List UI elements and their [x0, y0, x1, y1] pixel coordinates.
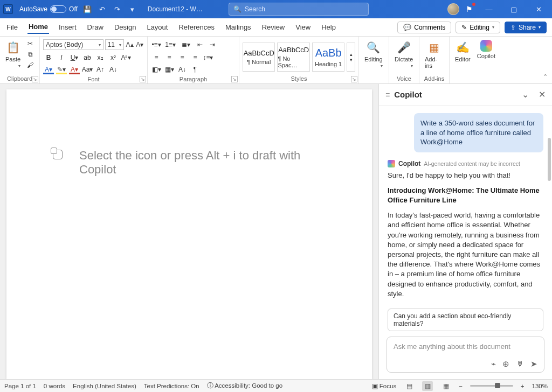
minimize-button[interactable]: —	[479, 2, 499, 17]
status-accessibility[interactable]: ⓘ Accessibility: Good to go	[207, 382, 282, 390]
editing-dropdown[interactable]: 🔍Editing▾	[362, 39, 385, 69]
pane-scrollbar[interactable]	[548, 138, 551, 181]
tab-home[interactable]: Home	[27, 20, 49, 34]
dictate-button[interactable]: 🎤Dictate▾	[392, 39, 415, 69]
change-case-button[interactable]: Aa▾	[82, 65, 93, 74]
pane-menu-icon[interactable]: ≡	[385, 90, 390, 99]
align-center-icon[interactable]: ≡	[164, 53, 175, 62]
document-area[interactable]: Select the icon or press Alt + i to draf…	[0, 84, 378, 379]
tab-draw[interactable]: Draw	[86, 21, 105, 33]
clipboard-dialog-launcher-icon[interactable]: ↘	[32, 76, 38, 82]
copilot-input[interactable]: Ask me anything about this document ⌁ ⊕ …	[387, 337, 544, 373]
notifications-icon[interactable]: ⚑	[464, 4, 474, 15]
align-left-icon[interactable]: ≡	[151, 53, 162, 62]
show-marks-icon[interactable]: ¶	[190, 65, 201, 74]
redo-icon[interactable]: ↷	[112, 4, 123, 15]
text-effects-icon[interactable]: Aᵃ▾	[121, 53, 132, 62]
font-size-combo[interactable]: 11▾	[105, 39, 124, 50]
superscript-button[interactable]: x²	[108, 53, 119, 62]
user-avatar[interactable]	[447, 3, 459, 15]
tab-mailings[interactable]: Mailings	[224, 21, 252, 33]
document-title[interactable]: Document12 - W…	[148, 5, 203, 13]
styles-dialog-launcher-icon[interactable]: ↘	[351, 76, 357, 82]
paste-button[interactable]: 📋 Paste ▾	[3, 39, 23, 69]
style-no-spacing[interactable]: AaBbCcD¶ No Spac…	[277, 43, 309, 72]
mic-icon[interactable]: 🎙	[516, 359, 524, 369]
style-normal[interactable]: AaBbCcD¶ Normal	[243, 43, 275, 72]
clear-format-up-icon[interactable]: A↑	[95, 65, 106, 74]
cut-icon[interactable]: ✂	[25, 39, 36, 48]
print-layout-icon[interactable]: ▥	[422, 381, 433, 391]
read-mode-icon[interactable]: ▤	[404, 381, 415, 391]
tab-design[interactable]: Design	[113, 21, 137, 33]
shading-button[interactable]: ◧▾	[151, 65, 162, 74]
font-color2-button[interactable]: A▾	[69, 65, 80, 74]
copy-icon[interactable]: ⧉	[25, 50, 36, 59]
strikethrough-button[interactable]: ab	[82, 53, 93, 62]
editing-mode-button[interactable]: ✎Editing▾	[456, 22, 500, 33]
highlight-button[interactable]: ✎▾	[56, 65, 67, 74]
save-icon[interactable]: 💾	[82, 4, 93, 15]
web-layout-icon[interactable]: ▦	[440, 381, 451, 391]
attachment-icon[interactable]: ⌁	[491, 359, 496, 369]
multilevel-list-button[interactable]: ≣▾	[179, 40, 193, 50]
numbering-button[interactable]: 1≡▾	[163, 40, 177, 50]
clear-format-down-icon[interactable]: A↓	[108, 65, 119, 74]
shrink-font-icon[interactable]: A▾	[135, 40, 144, 50]
autosave-toggle[interactable]: AutoSave Off	[19, 5, 78, 13]
zoom-in-icon[interactable]: +	[521, 383, 525, 389]
increase-indent-icon[interactable]: ⇥	[207, 40, 218, 50]
zoom-slider[interactable]	[470, 385, 513, 387]
status-lang[interactable]: English (United States)	[73, 383, 136, 389]
format-painter-icon[interactable]: 🖌	[25, 60, 36, 70]
addins-button[interactable]: ▦Add-ins	[423, 39, 446, 70]
status-predictions[interactable]: Text Predictions: On	[144, 383, 199, 389]
line-spacing-button[interactable]: ↕≡▾	[203, 53, 213, 62]
align-right-icon[interactable]: ≡	[177, 53, 188, 62]
copilot-button[interactable]: Copilot	[475, 39, 498, 60]
style-heading1[interactable]: AaBbHeading 1	[312, 43, 344, 72]
italic-button[interactable]: I	[56, 53, 67, 62]
pane-close-icon[interactable]: ✕	[539, 89, 546, 100]
tab-view[interactable]: View	[294, 21, 312, 33]
tab-layout[interactable]: Layout	[146, 21, 169, 33]
collapse-ribbon-icon[interactable]: ⌃	[543, 73, 548, 80]
tab-references[interactable]: References	[177, 21, 215, 33]
close-button[interactable]: ✕	[528, 2, 549, 17]
tab-review[interactable]: Review	[261, 21, 286, 33]
font-color-button[interactable]: A▾	[43, 65, 54, 74]
justify-icon[interactable]: ≡	[190, 53, 201, 62]
status-page[interactable]: Page 1 of 1	[4, 383, 36, 389]
decrease-indent-icon[interactable]: ⇤	[195, 40, 205, 50]
web-icon[interactable]: ⊕	[502, 359, 509, 369]
pane-chevron-down-icon[interactable]: ⌄	[522, 89, 529, 100]
paragraph-dialog-launcher-icon[interactable]: ↘	[231, 76, 238, 82]
status-words[interactable]: 0 words	[44, 383, 65, 389]
bold-button[interactable]: B	[43, 53, 54, 62]
send-icon[interactable]: ➤	[530, 359, 537, 369]
draft-copilot-icon[interactable]	[53, 150, 63, 159]
font-dialog-launcher-icon[interactable]: ↘	[140, 76, 146, 82]
search-input[interactable]: 🔍 Search	[229, 3, 369, 16]
grow-font-icon[interactable]: A▴	[126, 40, 134, 50]
editor-button[interactable]: ✍Editor	[453, 39, 473, 64]
suggestion-chip-1[interactable]: Can you add a section about eco-friendly…	[388, 309, 543, 331]
undo-icon[interactable]: ↶	[97, 4, 108, 15]
tab-file[interactable]: File	[5, 21, 19, 33]
underline-button[interactable]: U▾	[69, 53, 80, 62]
document-page[interactable]: Select the icon or press Alt + i to draf…	[6, 89, 372, 379]
zoom-out-icon[interactable]: −	[459, 383, 463, 389]
styles-gallery-expand[interactable]: ▴▾	[347, 43, 355, 72]
maximize-button[interactable]: ▢	[503, 2, 524, 17]
comments-button[interactable]: 💬Comments	[397, 22, 451, 33]
tab-insert[interactable]: Insert	[58, 21, 78, 33]
zoom-level[interactable]: 130%	[532, 383, 548, 389]
font-name-combo[interactable]: Aptos (Body)▾	[43, 39, 104, 50]
bullets-button[interactable]: •≡▾	[151, 40, 162, 50]
qat-more-icon[interactable]: ▾	[127, 4, 138, 15]
share-button[interactable]: ⇪Share▾	[505, 22, 547, 33]
subscript-button[interactable]: x₂	[95, 53, 106, 62]
tab-help[interactable]: Help	[320, 21, 337, 33]
sort-icon[interactable]: A↓	[177, 65, 188, 74]
borders-button[interactable]: ▦▾	[164, 65, 175, 74]
